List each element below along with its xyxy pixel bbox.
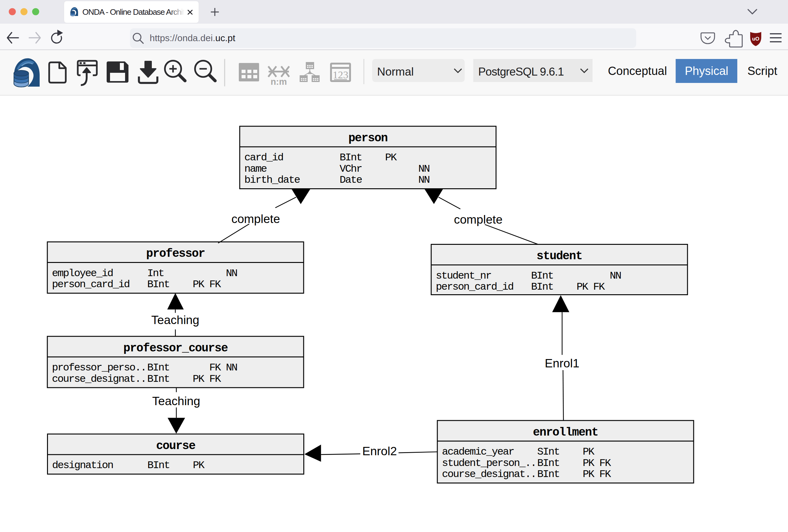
svg-text:PK: PK bbox=[576, 281, 589, 293]
svg-text:Teaching: Teaching bbox=[152, 394, 200, 408]
svg-text:employee_id: employee_id bbox=[52, 268, 113, 279]
svg-text:NN: NN bbox=[226, 362, 237, 373]
svg-text:BInt: BInt bbox=[147, 459, 170, 471]
svg-text:FK: FK bbox=[209, 279, 221, 290]
svg-text:Script: Script bbox=[747, 64, 777, 77]
svg-text:person: person bbox=[348, 131, 387, 145]
svg-text:BInt: BInt bbox=[531, 281, 553, 293]
svg-text:card_id: card_id bbox=[244, 152, 283, 163]
svg-text:academic_year: academic_year bbox=[442, 446, 514, 458]
svg-text:name: name bbox=[244, 163, 267, 175]
svg-text:BInt: BInt bbox=[340, 152, 362, 163]
svg-text:professor: professor bbox=[146, 247, 205, 260]
svg-text:123: 123 bbox=[333, 69, 349, 80]
svg-text:professor_perso..: professor_perso.. bbox=[52, 362, 146, 373]
svg-text:course_designat..: course_designat.. bbox=[442, 468, 536, 480]
svg-text:Physical: Physical bbox=[685, 64, 728, 77]
svg-text:complete: complete bbox=[232, 212, 280, 225]
svg-text:BInt: BInt bbox=[147, 362, 169, 373]
svg-text:enrollment: enrollment bbox=[533, 426, 598, 439]
svg-text:Date: Date bbox=[340, 174, 362, 186]
svg-text:NN: NN bbox=[418, 174, 429, 186]
svg-text:n:m: n:m bbox=[271, 77, 287, 87]
svg-text:NN: NN bbox=[418, 163, 429, 175]
svg-text:SInt: SInt bbox=[537, 446, 559, 458]
svg-text:PK: PK bbox=[583, 468, 595, 480]
svg-text:BInt: BInt bbox=[147, 373, 169, 385]
svg-text:Int: Int bbox=[147, 268, 164, 279]
svg-text:person_card_id: person_card_id bbox=[436, 281, 513, 293]
svg-text:NN: NN bbox=[226, 268, 237, 279]
svg-text:designation: designation bbox=[52, 459, 113, 471]
svg-text:FK: FK bbox=[593, 281, 605, 293]
svg-text:FK: FK bbox=[599, 468, 611, 480]
svg-text:birth_date: birth_date bbox=[244, 174, 300, 186]
svg-text:Enrol1: Enrol1 bbox=[545, 356, 579, 370]
svg-text:course: course bbox=[156, 439, 195, 452]
svg-text:uO: uO bbox=[752, 36, 760, 42]
svg-text:PostgreSQL 9.6.1: PostgreSQL 9.6.1 bbox=[478, 65, 564, 78]
svg-text:PK: PK bbox=[583, 457, 595, 469]
svg-text:professor_course: professor_course bbox=[123, 342, 228, 355]
svg-text:https://onda.dei.uc.pt: https://onda.dei.uc.pt bbox=[150, 33, 235, 43]
svg-text:BInt: BInt bbox=[147, 279, 169, 290]
svg-text:FK: FK bbox=[209, 362, 221, 373]
svg-text:NN: NN bbox=[610, 270, 621, 282]
svg-text:PK: PK bbox=[193, 459, 205, 471]
svg-text:student_person_..: student_person_.. bbox=[442, 457, 536, 469]
svg-text:student: student bbox=[537, 249, 582, 263]
svg-text:PK: PK bbox=[193, 373, 205, 385]
svg-text:course_designat..: course_designat.. bbox=[52, 373, 146, 385]
svg-text:FK: FK bbox=[599, 457, 611, 469]
svg-text:Teaching: Teaching bbox=[151, 313, 199, 327]
svg-text:Enrol2: Enrol2 bbox=[362, 445, 397, 458]
svg-text:PK: PK bbox=[193, 279, 205, 290]
svg-text:VChr: VChr bbox=[340, 163, 362, 175]
svg-text:student_nr: student_nr bbox=[436, 270, 491, 282]
svg-text:BInt: BInt bbox=[537, 457, 559, 469]
svg-text:Conceptual: Conceptual bbox=[608, 64, 667, 77]
svg-text:ONDA - Online Database Archite: ONDA - Online Database Archite bbox=[82, 7, 189, 17]
svg-text:PK: PK bbox=[385, 152, 397, 163]
svg-text:BInt: BInt bbox=[537, 468, 559, 480]
svg-text:PK: PK bbox=[583, 446, 595, 458]
svg-text:person_card_id: person_card_id bbox=[52, 279, 130, 290]
svg-text:BInt: BInt bbox=[531, 270, 553, 282]
svg-text:FK: FK bbox=[209, 373, 221, 385]
svg-text:Normal: Normal bbox=[377, 65, 414, 78]
svg-text:complete: complete bbox=[454, 213, 503, 226]
